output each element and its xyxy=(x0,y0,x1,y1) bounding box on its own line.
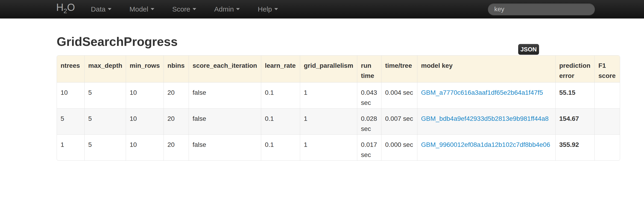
header-row: ntrees max_depth min_rows nbins score_ea… xyxy=(57,56,620,82)
menu-data[interactable]: Data xyxy=(82,0,120,19)
col-header-time-per-tree: time/tree xyxy=(381,56,417,82)
col-header-min-rows: min_rows xyxy=(126,56,164,82)
page-title: GridSearchProgress xyxy=(57,35,644,48)
table-body: 10 5 10 20 false 0.1 1 0.043 sec 0.004 s… xyxy=(57,82,620,160)
logo-text: H xyxy=(56,2,64,13)
menu-model-label: Model xyxy=(130,5,148,13)
menu-help-label: Help xyxy=(258,5,272,13)
top-navbar: H2O Data Model Score Admin Help xyxy=(0,0,644,19)
chevron-down-icon xyxy=(274,8,278,10)
cell-score-each-iteration: false xyxy=(189,108,261,134)
cell-ntrees: 5 xyxy=(57,108,84,134)
menu-item-help: Help xyxy=(249,0,287,19)
menu-model[interactable]: Model xyxy=(120,0,163,19)
cell-min-rows: 10 xyxy=(126,108,164,134)
cell-ntrees: 10 xyxy=(57,82,84,108)
cell-nbins: 20 xyxy=(164,82,189,108)
main-menu: Data Model Score Admin Help xyxy=(82,0,287,19)
cell-run-time: 0.017 sec xyxy=(357,134,381,160)
table-row: 1 5 10 20 false 0.1 1 0.017 sec 0.000 se… xyxy=(57,134,620,160)
cell-model-key: GBM_a7770c616a3aaf1df65e2b64a1f47f5 xyxy=(417,82,555,108)
col-header-ntrees: ntrees xyxy=(57,56,84,82)
cell-ntrees: 1 xyxy=(57,134,84,160)
page-content: JSON GridSearchProgress ntrees max_depth… xyxy=(0,35,644,161)
menu-score-label: Score xyxy=(172,5,190,13)
menu-item-score: Score xyxy=(163,0,205,19)
cell-model-key: GBM_bdb4a9ef42933d5b2813e9b981ff44a8 xyxy=(417,108,555,134)
col-header-model-key: model key xyxy=(417,56,555,82)
col-header-prediction-error: prediction error xyxy=(555,56,594,82)
json-button[interactable]: JSON xyxy=(518,44,539,55)
chevron-down-icon xyxy=(151,8,154,10)
col-header-learn-rate: learn_rate xyxy=(261,56,300,82)
cell-min-rows: 10 xyxy=(126,134,164,160)
h2o-logo[interactable]: H2O xyxy=(56,0,75,20)
col-header-nbins: nbins xyxy=(164,56,189,82)
cell-min-rows: 10 xyxy=(126,82,164,108)
cell-max-depth: 5 xyxy=(84,134,126,160)
menu-item-data: Data xyxy=(82,0,120,19)
cell-time-per-tree: 0.000 sec xyxy=(381,134,417,160)
cell-prediction-error: 55.15 xyxy=(555,82,594,108)
cell-nbins: 20 xyxy=(164,108,189,134)
cell-run-time: 0.043 sec xyxy=(357,82,381,108)
cell-grid-parallelism: 1 xyxy=(300,82,357,108)
col-header-score-each-iteration: score_each_iteration xyxy=(189,56,261,82)
key-search-input[interactable] xyxy=(488,3,595,16)
cell-max-depth: 5 xyxy=(84,82,126,108)
menu-item-model: Model xyxy=(120,0,163,19)
cell-run-time: 0.028 sec xyxy=(357,108,381,134)
cell-max-depth: 5 xyxy=(84,108,126,134)
col-header-f1-score: F1 score xyxy=(594,56,620,82)
model-key-link[interactable]: GBM_9960012ef08a1da12b102c7df8bb4e06 xyxy=(421,141,550,148)
menu-item-admin: Admin xyxy=(205,0,249,19)
col-header-grid-parallelism: grid_parallelism xyxy=(300,56,357,82)
cell-f1-score xyxy=(594,134,620,160)
cell-grid-parallelism: 1 xyxy=(300,134,357,160)
cell-prediction-error: 355.92 xyxy=(555,134,594,160)
cell-f1-score xyxy=(594,82,620,108)
menu-admin[interactable]: Admin xyxy=(205,0,249,19)
cell-learn-rate: 0.1 xyxy=(261,134,300,160)
cell-grid-parallelism: 1 xyxy=(300,108,357,134)
cell-time-per-tree: 0.007 sec xyxy=(381,108,417,134)
logo-subscript: 2 xyxy=(64,7,67,14)
table-header: ntrees max_depth min_rows nbins score_ea… xyxy=(57,56,620,82)
model-key-link[interactable]: GBM_a7770c616a3aaf1df65e2b64a1f47f5 xyxy=(421,89,543,96)
cell-score-each-iteration: false xyxy=(189,82,261,108)
cell-prediction-error: 154.67 xyxy=(555,108,594,134)
cell-nbins: 20 xyxy=(164,134,189,160)
menu-score[interactable]: Score xyxy=(163,0,205,19)
table-row: 10 5 10 20 false 0.1 1 0.043 sec 0.004 s… xyxy=(57,82,620,108)
cell-model-key: GBM_9960012ef08a1da12b102c7df8bb4e06 xyxy=(417,134,555,160)
logo-text-o: O xyxy=(67,2,75,13)
chevron-down-icon xyxy=(108,8,112,10)
chevron-down-icon xyxy=(192,8,196,10)
cell-f1-score xyxy=(594,108,620,134)
col-header-run-time: run time xyxy=(357,56,381,82)
model-key-link[interactable]: GBM_bdb4a9ef42933d5b2813e9b981ff44a8 xyxy=(421,115,549,122)
menu-data-label: Data xyxy=(91,5,106,13)
col-header-max-depth: max_depth xyxy=(84,56,126,82)
cell-score-each-iteration: false xyxy=(189,134,261,160)
chevron-down-icon xyxy=(236,8,240,10)
cell-learn-rate: 0.1 xyxy=(261,108,300,134)
menu-help[interactable]: Help xyxy=(249,0,287,19)
menu-admin-label: Admin xyxy=(214,5,234,13)
cell-time-per-tree: 0.004 sec xyxy=(381,82,417,108)
table-row: 5 5 10 20 false 0.1 1 0.028 sec 0.007 se… xyxy=(57,108,620,134)
grid-search-results-table: ntrees max_depth min_rows nbins score_ea… xyxy=(57,55,620,161)
cell-learn-rate: 0.1 xyxy=(261,82,300,108)
